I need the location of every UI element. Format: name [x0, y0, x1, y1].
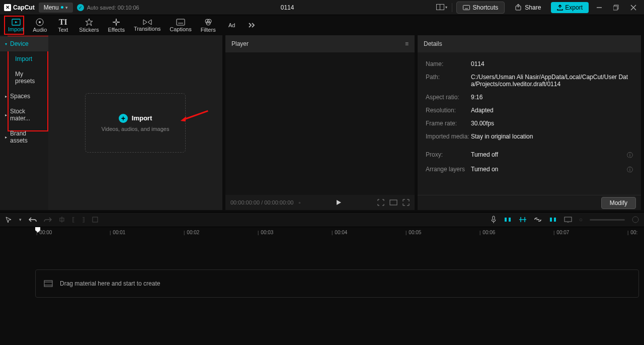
sidebar-item-brand[interactable]: ▸Brand assets [0, 126, 48, 148]
media-panel: ▾Device Import My presets ▸Spaces ▸Stock… [0, 35, 222, 210]
detail-label-proxy: Proxy: [426, 151, 471, 160]
detail-value-proxy: Turned off [471, 151, 627, 160]
tab-audio[interactable]: Audio [29, 17, 51, 34]
svg-rect-10 [613, 6, 617, 10]
annotation-arrow [179, 108, 210, 122]
svg-rect-30 [554, 218, 556, 222]
project-title: 0114 [143, 4, 432, 11]
scan-icon[interactable] [377, 199, 384, 206]
ruler-mark: 00:07 [553, 230, 569, 235]
sidebar-item-import[interactable]: Import [0, 51, 48, 66]
details-panel: Details Name:0114 Path:C:/Users/Usman Al… [418, 35, 641, 210]
detail-label-resolution: Resolution: [426, 107, 471, 114]
tab-effects[interactable]: Effects [104, 17, 128, 34]
info-icon[interactable]: ⓘ [627, 151, 633, 160]
export-button[interactable]: Export [551, 2, 589, 13]
svg-point-33 [632, 217, 638, 223]
close-button[interactable] [627, 1, 640, 14]
detail-label-path: Path: [426, 74, 471, 88]
share-button[interactable]: Share [509, 2, 547, 13]
titlebar-right: ▾ Shortcuts Share Export [436, 1, 640, 14]
app-name: CapCut [13, 4, 35, 11]
ruler-mark: 00: [627, 230, 637, 235]
info-icon[interactable]: ⓘ [627, 166, 633, 174]
svg-rect-28 [509, 218, 511, 222]
link-button[interactable] [534, 217, 542, 222]
captions-icon [176, 19, 185, 26]
import-title: Import [132, 114, 152, 122]
ruler-mark: 00:04 [332, 230, 347, 235]
tab-text[interactable]: TI Text [52, 17, 74, 34]
timeline-track-drop[interactable]: Drag material here and start to create [35, 269, 639, 298]
svg-point-15 [39, 21, 41, 23]
layout-icon[interactable]: ▾ [436, 2, 448, 14]
detail-value-resolution: Adapted [471, 107, 633, 114]
ratio-icon[interactable] [389, 199, 397, 205]
magnet-button[interactable] [504, 217, 512, 223]
snap-button[interactable] [519, 216, 527, 223]
player-panel: Player ≡ 00:00:00:00 / 00:00:00:00 ▫ [225, 35, 415, 210]
details-body: Name:0114 Path:C:/Users/Usman Ali Nasir/… [418, 52, 641, 195]
redo-button[interactable] [44, 216, 52, 223]
chevron-down-icon: ▾ [65, 5, 68, 10]
timeline-body[interactable]: Drag material here and start to create [0, 239, 644, 343]
player-menu-icon[interactable]: ≡ [405, 40, 409, 47]
chevron-right-icon: ▸ [5, 94, 7, 99]
svg-rect-26 [493, 216, 495, 220]
tab-transitions[interactable]: Transitions [130, 18, 165, 33]
shortcuts-button[interactable]: Shortcuts [456, 2, 505, 14]
delete-button[interactable] [92, 217, 98, 223]
trim-left-button[interactable]: ⟦ [72, 216, 75, 223]
detail-label-framerate: Frame rate: [426, 120, 471, 127]
tabs-more-icon[interactable] [246, 20, 258, 30]
import-dropzone[interactable]: + Import Videos, audios, and images [85, 93, 186, 153]
ruler-mark: 00:06 [479, 230, 495, 235]
menu-button[interactable]: Menu ▾ [39, 3, 73, 13]
tab-ad[interactable]: Ad [221, 21, 243, 30]
tab-import[interactable]: Import [4, 17, 28, 34]
sidebar-item-mypresets[interactable]: My presets [0, 66, 48, 89]
import-icon [12, 19, 21, 26]
player-header: Player ≡ [225, 35, 415, 52]
tab-stickers[interactable]: Stickers [75, 17, 103, 34]
quality-icon[interactable]: ▫ [298, 200, 300, 205]
transitions-icon [143, 19, 152, 25]
detail-value-aspect: 9:16 [471, 94, 633, 101]
split-button[interactable] [59, 216, 65, 223]
trim-right-button[interactable]: ⟧ [82, 216, 85, 223]
preview-button[interactable] [549, 217, 557, 223]
ruler-mark: 00:01 [110, 230, 125, 235]
detail-value-arrange: Turned on [471, 166, 627, 174]
svg-rect-1 [436, 4, 440, 10]
undo-button[interactable] [29, 216, 37, 223]
fullscreen-icon[interactable] [403, 199, 410, 206]
maximize-button[interactable] [610, 1, 623, 14]
play-button[interactable] [336, 199, 342, 205]
sidebar-item-spaces[interactable]: ▸Spaces [0, 89, 48, 104]
zoom-slider[interactable] [590, 219, 625, 221]
sidebar-item-device[interactable]: ▾Device [0, 36, 48, 51]
tab-captions[interactable]: Captions [166, 17, 195, 34]
player-viewport [225, 52, 415, 195]
device-icon[interactable] [564, 217, 572, 223]
zoom-fit-button[interactable] [632, 216, 639, 223]
tab-filters[interactable]: Filters [197, 17, 220, 34]
svg-line-21 [183, 111, 208, 119]
detail-label-name: Name: [426, 60, 471, 67]
select-tool[interactable] [5, 216, 12, 223]
timeline-ruler[interactable]: 00:00 00:01 00:02 00:03 00:04 00:05 00:0… [0, 227, 644, 239]
app-logo: ✕ CapCut [4, 4, 35, 11]
chevron-right-icon: ▸ [5, 135, 7, 140]
import-subtitle: Videos, audios, and images [102, 126, 170, 132]
select-mode-chevron[interactable]: ▾ [19, 217, 22, 222]
import-area: + Import Videos, audios, and images [48, 35, 222, 210]
titlebar: ✕ CapCut Menu ▾ ✓ Auto saved: 00:10:06 0… [0, 0, 644, 15]
modify-button[interactable]: Modify [601, 197, 636, 209]
minimize-button[interactable] [593, 1, 606, 14]
mic-button[interactable] [491, 216, 497, 224]
ruler-mark: 00:05 [406, 230, 421, 235]
sidebar-item-stock[interactable]: ▸Stock mater... [0, 104, 48, 126]
share-icon [515, 4, 522, 11]
zoom-out-button[interactable]: ○ [579, 216, 583, 223]
sparkle-icon [112, 18, 120, 26]
